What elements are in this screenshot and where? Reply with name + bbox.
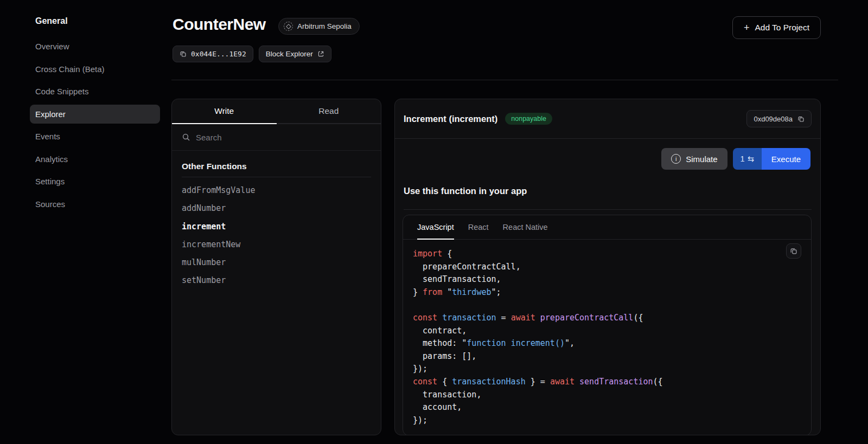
sidebar-item-sources[interactable]: Sources [30,195,160,214]
function-item-addnumber[interactable]: addNumber [182,200,371,217]
search-icon [182,133,190,141]
add-to-project-button[interactable]: + Add To Project [732,16,821,39]
tab-read[interactable]: Read [277,99,381,123]
functions-list: addFromMsgValueaddNumberincrementincreme… [182,182,371,290]
search-input[interactable] [196,133,371,142]
function-detail-header: Increment (increment) nonpayable 0xd09de… [395,99,820,139]
code-line: const { transactionHash } = await sendTr… [413,376,811,389]
plus-icon: + [744,22,750,34]
sidebar-heading: General [30,16,160,26]
code-block: import { prepareContractCall, sendTransa… [403,240,811,427]
block-explorer-button[interactable]: Block Explorer [259,46,331,62]
info-icon: i [671,154,681,164]
copy-icon [797,115,805,123]
transaction-count-button[interactable]: 1 ⇆ [733,148,762,170]
sidebar-item-analytics[interactable]: Analytics [30,150,160,169]
write-read-tabs: WriteRead [172,99,381,124]
sidebar: General OverviewCross Chain (Beta)Code S… [30,16,160,217]
copy-icon [180,50,187,57]
code-line: prepareContractCall, [413,261,811,274]
code-line: account, [413,401,811,414]
code-line: params: [], [413,350,811,363]
function-item-addfrommsgvalue[interactable]: addFromMsgValue [182,182,371,200]
function-selector-button[interactable]: 0xd09de08a [746,110,812,127]
code-line: }); [413,363,811,376]
function-detail-panel: Increment (increment) nonpayable 0xd09de… [394,99,821,435]
network-badge: Arbitrum Sepolia [278,18,360,35]
function-item-setnumber[interactable]: setNumber [182,272,371,289]
function-search[interactable] [172,124,381,151]
sidebar-item-explorer[interactable]: Explorer [30,105,160,124]
sidebar-item-events[interactable]: Events [30,127,160,146]
code-line: } from "thirdweb"; [413,286,811,299]
code-line: const transaction = await prepareContrac… [413,312,811,325]
block-explorer-label: Block Explorer [266,50,313,58]
copy-code-button[interactable] [786,243,801,259]
code-line: import { [413,248,811,261]
code-line: }); [413,414,811,427]
code-line: method: "function increment()", [413,337,811,350]
contract-address-label: 0x044E...1E92 [191,50,246,58]
sidebar-item-cross-chain-beta[interactable]: Cross Chain (Beta) [30,60,160,79]
functions-panel: WriteRead Other Functions addFromMsgValu… [171,99,381,435]
page: General OverviewCross Chain (Beta)Code S… [0,0,868,444]
function-item-mulnumber[interactable]: mulNumber [182,254,371,272]
tab-write[interactable]: Write [172,99,277,123]
usage-heading: Use this function in your app [404,186,527,196]
execute-label: Execute [771,155,801,164]
simulate-button[interactable]: i Simulate [661,148,727,170]
code-line: sendTransaction, [413,273,811,286]
copy-icon [790,247,797,255]
sidebar-item-overview[interactable]: Overview [30,37,160,56]
sidebar-item-code-snippets[interactable]: Code Snippets [30,82,160,101]
usage-divider [404,209,812,210]
contract-address-button[interactable]: 0x044E...1E92 [173,46,253,62]
transaction-count: 1 [741,155,745,163]
code-tab-react-native[interactable]: React Native [503,215,548,239]
header-divider [171,80,838,80]
page-title: CounterNew [173,15,266,34]
execute-button[interactable]: Execute [762,148,810,170]
mutability-badge: nonpayable [505,113,552,125]
sidebar-item-settings[interactable]: Settings [30,172,160,191]
swap-arrows-icon: ⇆ [748,155,754,163]
code-line: contract, [413,325,811,338]
code-line: transaction, [413,389,811,402]
code-tab-react[interactable]: React [468,215,489,239]
function-selector-label: 0xd09de08a [754,115,793,123]
code-line [413,299,811,312]
action-buttons-row: i Simulate 1 ⇆ Execute [661,148,810,170]
function-item-increment[interactable]: increment [182,218,371,236]
add-to-project-label: Add To Project [755,23,809,33]
code-snippet-card: JavaScriptReactReact Native import { pre… [403,215,812,435]
function-title: Increment (increment) [404,114,497,124]
functions-section-title: Other Functions [182,162,371,177]
network-chain-icon [284,22,293,31]
execute-split-button: 1 ⇆ Execute [733,148,810,170]
contract-meta-row: 0x044E...1E92 Block Explorer [173,46,331,62]
function-item-incrementnew[interactable]: incrementNew [182,236,371,254]
external-link-icon [317,50,324,57]
code-tab-javascript[interactable]: JavaScript [417,215,454,239]
sidebar-nav: OverviewCross Chain (Beta)Code SnippetsE… [30,37,160,214]
network-badge-label: Arbitrum Sepolia [297,22,352,30]
code-language-tabs: JavaScriptReactReact Native [403,215,811,240]
simulate-label: Simulate [686,155,717,164]
